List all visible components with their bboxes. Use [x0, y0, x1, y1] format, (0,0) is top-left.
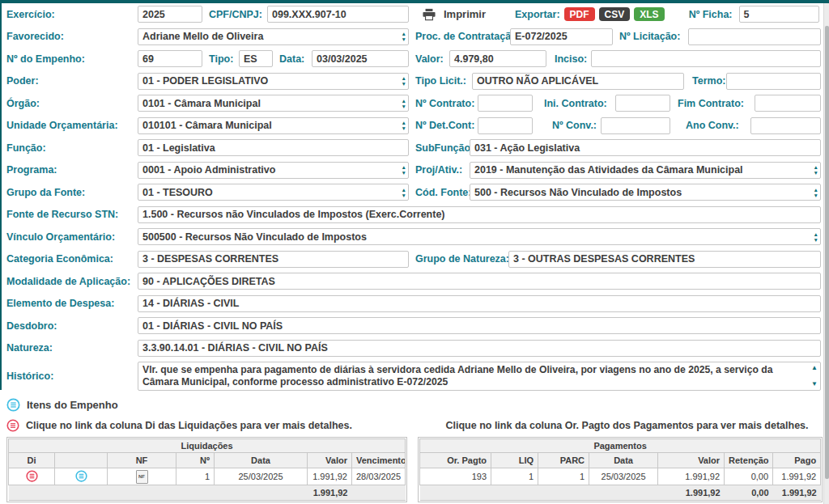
liquidacoes-note-icon [6, 419, 19, 432]
col-parc: PARC [538, 453, 589, 468]
spinner-icon[interactable]: ▲▼ [402, 75, 406, 87]
scrollbar-thumb[interactable] [825, 26, 829, 479]
nf-document-icon[interactable]: NF [136, 470, 148, 484]
fim-contrato-input[interactable] [755, 95, 821, 112]
export-pdf-button[interactable]: PDF [564, 7, 595, 21]
itens-empenho-section: Itens do Empenho [0, 397, 829, 412]
vinculo-select[interactable]: 500500 - Recursos Não Vinculado de Impos… [138, 228, 821, 245]
spinner-icon[interactable]: ▲▼ [814, 231, 818, 243]
valor-label: Valor: [409, 53, 449, 65]
spinner-icon[interactable]: ▲▼ [402, 186, 406, 198]
det-cont-label: Nº Det.Cont: [409, 120, 478, 131]
funcao-input[interactable]: 01 - Legislativa [138, 139, 409, 156]
subfuncao-value: 031 - Ação Legislativa [474, 142, 580, 154]
num-conv-label: Nº Conv.: [533, 120, 601, 131]
natureza-input[interactable]: 3.3.90.14.01 - DIÁRIAS - CIVIL NO PAÍS [138, 340, 821, 357]
tipo-licit-input[interactable]: OUTRO NÃO APLICÁVEL [472, 73, 684, 90]
cod-fonte-select[interactable]: 500 - Recursos Não Vinculado de Impostos… [470, 184, 821, 201]
proc-contratacao-input[interactable]: E-072/2025 [510, 28, 613, 45]
ficha-input[interactable]: 5 [739, 6, 819, 23]
pagamentos-table: Pagamentos Or. Pagto LIQ PARC Data Valor… [419, 438, 821, 501]
up-arrow-icon: ▲ [402, 164, 406, 170]
vertical-scrollbar[interactable] [823, 3, 829, 504]
subfuncao-input[interactable]: 031 - Ação Legislativa [470, 139, 821, 156]
itens-list-icon[interactable] [6, 398, 20, 412]
export-csv-button[interactable]: CSV [599, 7, 631, 21]
programa-select[interactable]: 0001 - Apoio Administrativo ▲▼ [138, 162, 409, 179]
data-input[interactable]: 03/03/2025 [312, 50, 409, 67]
categoria-input[interactable]: 3 - DESPESAS CORRENTES [138, 251, 409, 268]
termo-input[interactable] [726, 73, 821, 90]
export-xls-button[interactable]: XLS [634, 7, 664, 21]
spinner-icon[interactable]: ▲▼ [814, 186, 818, 198]
spinner-icon[interactable]: ▲▼ [814, 164, 818, 176]
grupo-fonte-select[interactable]: 01 - TESOURO ▲▼ [138, 184, 409, 201]
unidade-select[interactable]: 010101 - Câmara Municipal ▲▼ [138, 117, 409, 134]
valor-input[interactable]: 4.979,80 [449, 50, 546, 67]
desdobro-value: 01 - DIÁRIAS - CIVIL NO PAÍS [142, 320, 283, 332]
ficha-label: Nº Ficha: [689, 9, 733, 20]
down-arrow-icon: ▼ [402, 36, 406, 42]
row-grupo-fonte: Grupo da Fonte: 01 - TESOURO ▲▼ Cód. Fon… [6, 184, 829, 201]
empenho-label: Nº do Empenho: [6, 53, 138, 65]
ini-contrato-label: Ini. Contrato: [533, 98, 615, 109]
licitacao-input[interactable] [688, 28, 821, 45]
numero-cell: 1 [176, 468, 215, 485]
spinner-icon[interactable]: ▲▼ [402, 31, 406, 43]
fim-contrato-label: Fim Contrato: [670, 98, 755, 109]
licitacao-label: Nº Licitação: [613, 31, 688, 42]
det-cont-input[interactable] [478, 117, 533, 134]
proj-ativ-label: Proj/Ativ.: [409, 164, 470, 176]
di-cell [9, 468, 55, 485]
elemento-value: 14 - DIÁRIAS - CIVIL [142, 298, 239, 309]
detail-link-icon[interactable] [75, 470, 87, 482]
or-pagto-cell[interactable]: 193 [420, 468, 491, 485]
cpf-input[interactable]: 099.XXX.907-10 [267, 6, 409, 23]
poder-select[interactable]: 01 - PODER LEGISLATIVO ▲▼ [138, 73, 409, 90]
num-conv-input[interactable] [601, 117, 670, 134]
spinner-icon[interactable]: ▲▼ [402, 97, 406, 109]
pagamentos-note: Clique no link da coluna Or. Pagto dos P… [425, 420, 829, 431]
grupo-natureza-input[interactable]: 3 - OUTRAS DESPESAS CORRENTES [508, 251, 821, 268]
favorecido-value: Adriane Mello de Oliveira [142, 31, 263, 42]
printer-icon[interactable] [422, 8, 436, 21]
elemento-input[interactable]: 14 - DIÁRIAS - CIVIL [138, 295, 821, 312]
scroll-up-icon[interactable]: ▲ [811, 365, 818, 371]
tables-area: Liquidações Di NF Nº Data Valor Vencimen… [0, 437, 829, 502]
num-contrato-input[interactable] [478, 95, 533, 112]
nf-cell: NF [108, 468, 176, 485]
fonte-stn-input[interactable]: 1.500 - Recursos não Vinculados de Impos… [138, 206, 821, 223]
scroll-down-icon[interactable]: ▼ [811, 381, 818, 388]
retencao-cell: 0,00 [725, 468, 773, 485]
categoria-label: Categoria Econômica: [6, 253, 138, 265]
desdobro-input[interactable]: 01 - DIÁRIAS - CIVIL NO PAÍS [138, 317, 821, 334]
valor-value: 4.979,80 [454, 53, 494, 65]
inciso-input[interactable] [591, 50, 821, 67]
funcao-value: 01 - Legislativa [142, 142, 215, 154]
spinner-icon[interactable]: ▲▼ [402, 120, 406, 132]
poder-label: Poder: [6, 75, 138, 87]
top-border [0, 0, 829, 3]
modalidade-label: Modalidade de Aplicação: [6, 276, 138, 287]
ano-conv-input[interactable] [750, 117, 821, 134]
imprimir-button[interactable]: Imprimir [444, 8, 486, 20]
row-natureza: Natureza: 3.3.90.14.01 - DIÁRIAS - CIVIL… [6, 340, 829, 357]
empenho-input[interactable]: 69 [138, 50, 202, 67]
unidade-value: 010101 - Câmara Municipal [142, 120, 272, 131]
spinner-icon[interactable]: ▲▼ [402, 164, 406, 176]
historico-textarea[interactable]: Vlr. que se empenha para pagamento de di… [138, 362, 821, 391]
col-numero: Nº [176, 453, 215, 468]
ini-contrato-input[interactable] [615, 95, 670, 112]
exercicio-input[interactable]: 2025 [138, 6, 202, 23]
valor-cell: 1.991,92 [308, 468, 352, 485]
proj-ativ-select[interactable]: 2019 - Manutenção das Atividades da Câma… [470, 162, 821, 179]
tipo-input[interactable]: ES [239, 50, 273, 67]
favorecido-select[interactable]: Adriane Mello de Oliveira ▲▼ [138, 28, 409, 45]
modalidade-input[interactable]: 90 - APLICAÇÕES DIRETAS [138, 273, 821, 290]
orgao-select[interactable]: 0101 - Câmara Municipal ▲▼ [138, 95, 409, 112]
up-arrow-icon: ▲ [402, 75, 406, 81]
data-label: Data: [273, 53, 312, 65]
poder-value: 01 - PODER LEGISLATIVO [142, 75, 268, 87]
di-link-icon[interactable] [26, 470, 38, 482]
inciso-label: Inciso: [546, 53, 591, 65]
